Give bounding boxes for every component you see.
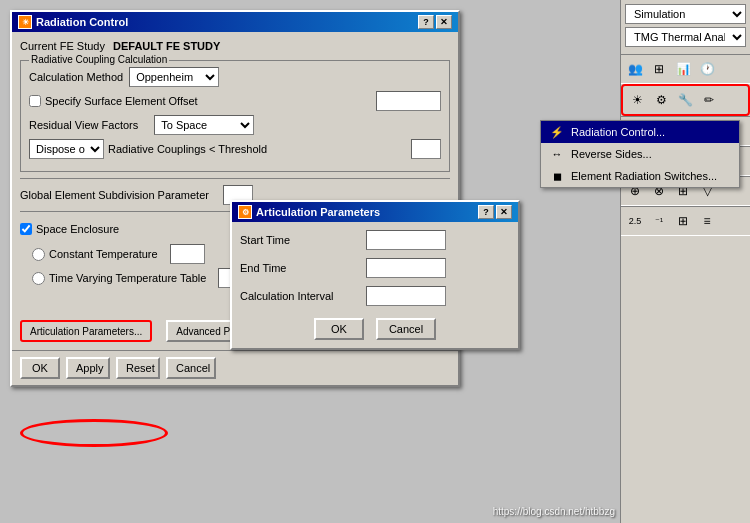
toolbar-icons-row-2: ☀ ⚙ 🔧 ✏ — [621, 84, 750, 116]
help-button[interactable]: ? — [418, 15, 434, 29]
articu-btn-circle-highlight — [20, 419, 168, 447]
simulation-dropdown[interactable]: Simulation — [625, 4, 746, 24]
time-varying-label: Time Varying Temperature Table — [49, 272, 206, 284]
articulation-dialog-title: Articulation Parameters — [256, 206, 380, 218]
toolbar-icons-row-1: 👥 ⊞ 📊 🕐 — [621, 54, 750, 84]
toolbar-icon-chart[interactable]: 📊 — [671, 57, 695, 81]
reset-button[interactable]: Reset — [116, 357, 160, 379]
threshold-label: Radiative Couplings < Threshold — [108, 143, 267, 155]
current-fe-study-row: Current FE Study DEFAULT FE STUDY — [20, 40, 450, 52]
articulation-titlebar-left: ⚙ Articulation Parameters — [238, 205, 380, 219]
articulation-buttons-row: OK Cancel — [240, 318, 510, 340]
dispose-row: Dispose of Radiative Couplings < Thresho… — [29, 139, 441, 159]
articulation-parameters-button[interactable]: Articulation Parameters... — [20, 320, 152, 342]
time-varying-radio[interactable] — [32, 272, 45, 285]
articulation-titlebar: ⚙ Articulation Parameters ? ✕ — [232, 202, 518, 222]
toolbar-icon-gear[interactable]: ⚙ — [649, 88, 673, 112]
specify-surface-label: Specify Surface Element Offset — [45, 95, 198, 107]
articulation-close-button[interactable]: ✕ — [496, 205, 512, 219]
radiation-menu-icon: ⚡ — [549, 124, 565, 140]
calc-interval-label: Calculation Interval — [240, 290, 360, 302]
toolbar-icon-pencil[interactable]: ✏ — [697, 88, 721, 112]
menu-item-radiation-label: Radiation Control... — [571, 126, 665, 138]
menu-item-reverse-label: Reverse Sides... — [571, 148, 652, 160]
watermark: https://blog.csdn.net/htbbzg — [493, 506, 615, 517]
residual-view-select[interactable]: To Space — [154, 115, 254, 135]
surface-offset-input[interactable]: 100000 — [376, 91, 441, 111]
start-time-row: Start Time 0 — [240, 230, 510, 250]
residual-view-label: Residual View Factors — [29, 119, 138, 131]
titlebar-buttons: ? ✕ — [418, 15, 452, 29]
titlebar-left: ☀ Radiation Control — [18, 15, 128, 29]
articulation-dialog: ⚙ Articulation Parameters ? ✕ Start Time… — [230, 200, 520, 350]
toolbar-icon-layers[interactable]: ≡ — [695, 209, 719, 233]
global-subdiv-label: Global Element Subdivision Parameter — [20, 189, 209, 201]
end-time-label: End Time — [240, 262, 360, 274]
calc-method-select[interactable]: Oppenheim — [129, 67, 219, 87]
current-fe-label: Current FE Study — [20, 40, 105, 52]
articulation-help-button[interactable]: ? — [478, 205, 494, 219]
radiation-icon: ☀ — [18, 15, 32, 29]
close-button[interactable]: ✕ — [436, 15, 452, 29]
specify-surface-row: Specify Surface Element Offset 100000 — [29, 91, 441, 111]
tmg-dropdown-row: TMG Thermal Anal — [625, 27, 746, 47]
radiation-bottom-bar: OK Apply Reset Cancel — [12, 350, 458, 385]
constant-temp-label: Constant Temperature — [49, 248, 158, 260]
toolbar-icon-clock[interactable]: 🕐 — [695, 57, 719, 81]
toolbar-icon-radiation[interactable]: ☀ — [625, 88, 649, 112]
toolbar-icon-people[interactable]: 👥 — [623, 57, 647, 81]
radiative-coupling-group: Radiative Coupling Calculation Calculati… — [20, 60, 450, 172]
articulation-titlebar-buttons: ? ✕ — [478, 205, 512, 219]
toolbar-icon-settings2[interactable]: 🔧 — [673, 88, 697, 112]
separator-1 — [20, 178, 450, 179]
toolbar-icon-num2[interactable]: ⁻¹ — [647, 209, 671, 233]
calc-method-row: Calculation Method Oppenheim — [29, 67, 441, 87]
specify-surface-checkbox[interactable] — [29, 95, 41, 107]
radiation-dialog-titlebar: ☀ Radiation Control ? ✕ — [12, 12, 458, 32]
tmg-dropdown[interactable]: TMG Thermal Anal — [625, 27, 746, 47]
constant-temp-radio[interactable] — [32, 248, 45, 261]
calc-interval-input[interactable]: 2 — [366, 286, 446, 306]
context-menu: ⚡ Radiation Control... ↔ Reverse Sides..… — [540, 120, 740, 188]
articulation-ok-button[interactable]: OK — [314, 318, 364, 340]
cancel-bottom-button[interactable]: Cancel — [166, 357, 216, 379]
calc-method-label: Calculation Method — [29, 71, 123, 83]
articulation-icon: ⚙ — [238, 205, 252, 219]
toolbar-top: Simulation TMG Thermal Anal — [621, 0, 750, 54]
menu-item-element-label: Element Radiation Switches... — [571, 170, 717, 182]
toolbar-icon-mesh[interactable]: ⊞ — [647, 57, 671, 81]
calc-interval-row: Calculation Interval 2 — [240, 286, 510, 306]
toolbar-icon-grid[interactable]: ⊞ — [671, 209, 695, 233]
simulation-dropdown-row: Simulation — [625, 4, 746, 24]
ok-button[interactable]: OK — [20, 357, 60, 379]
radiation-dialog-title: Radiation Control — [36, 16, 128, 28]
dispose-select[interactable]: Dispose of — [29, 139, 104, 159]
menu-item-element-radiation[interactable]: ◼ Element Radiation Switches... — [541, 165, 739, 187]
articulation-dialog-content: Start Time 0 End Time 40 Calculation Int… — [232, 222, 518, 348]
toolbar-icon-num1[interactable]: 2.5 — [623, 209, 647, 233]
articulation-cancel-button[interactable]: Cancel — [376, 318, 436, 340]
end-time-input[interactable]: 40 — [366, 258, 446, 278]
start-time-label: Start Time — [240, 234, 360, 246]
constant-temp-input[interactable]: 20 — [170, 244, 205, 264]
menu-item-radiation-control[interactable]: ⚡ Radiation Control... — [541, 121, 739, 143]
space-enclosure-checkbox[interactable] — [20, 223, 32, 235]
apply-button[interactable]: Apply — [66, 357, 110, 379]
end-time-row: End Time 40 — [240, 258, 510, 278]
element-menu-icon: ◼ — [549, 168, 565, 184]
current-fe-value: DEFAULT FE STUDY — [113, 40, 220, 52]
space-enclosure-label: Space Enclosure — [36, 223, 119, 235]
residual-view-row: Residual View Factors To Space — [29, 115, 441, 135]
reverse-menu-icon: ↔ — [549, 146, 565, 162]
toolbar-panel: Simulation TMG Thermal Anal 👥 ⊞ 📊 🕐 ☀ ⚙ … — [620, 0, 750, 523]
radiative-coupling-title: Radiative Coupling Calculation — [29, 54, 169, 65]
start-time-input[interactable]: 0 — [366, 230, 446, 250]
threshold-input[interactable]: 0 — [411, 139, 441, 159]
toolbar-icons-row-6: 2.5 ⁻¹ ⊞ ≡ — [621, 206, 750, 236]
menu-item-reverse-sides[interactable]: ↔ Reverse Sides... — [541, 143, 739, 165]
